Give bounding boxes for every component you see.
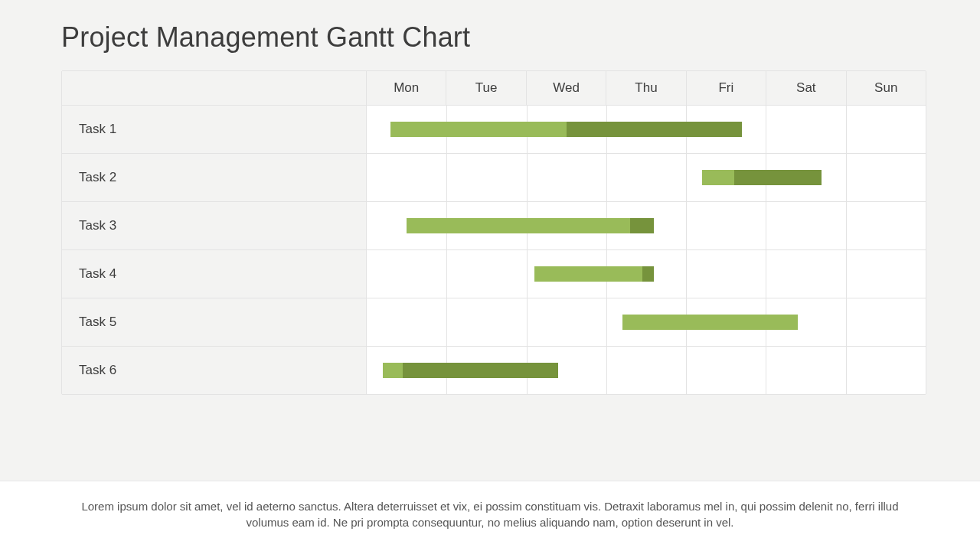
task-label: Task 2 bbox=[62, 154, 367, 201]
gantt-header-tue: Tue bbox=[446, 71, 526, 105]
grid-line bbox=[846, 298, 847, 346]
gantt-bar-area bbox=[367, 298, 926, 346]
gantt-row: Task 5 bbox=[62, 298, 926, 346]
grid-line bbox=[846, 202, 847, 249]
grid-line bbox=[446, 154, 447, 201]
gantt-row: Task 1 bbox=[62, 105, 926, 153]
grid-line bbox=[606, 154, 607, 201]
grid-line bbox=[846, 347, 847, 394]
gantt-corner-cell bbox=[62, 71, 367, 105]
gantt-row: Task 4 bbox=[62, 249, 926, 298]
grid-line bbox=[606, 298, 607, 346]
gantt-bar bbox=[390, 122, 742, 137]
gantt-bar bbox=[622, 315, 798, 330]
gantt-bar-segment-dark bbox=[642, 266, 655, 282]
grid-line bbox=[527, 250, 528, 298]
footer-text: Lorem ipsum dolor sit amet, vel id aeter… bbox=[0, 481, 980, 552]
gantt-bar-segment-light bbox=[407, 218, 630, 233]
gantt-bar bbox=[407, 218, 654, 233]
gantt-bar bbox=[534, 266, 654, 282]
gantt-bar bbox=[702, 170, 822, 185]
grid-line bbox=[846, 154, 847, 201]
gantt-bar-area bbox=[367, 202, 926, 249]
gantt-header-wed: Wed bbox=[527, 71, 606, 105]
gantt-header-mon: Mon bbox=[367, 71, 446, 105]
page-title: Project Management Gantt Chart bbox=[61, 21, 926, 54]
task-label: Task 3 bbox=[62, 202, 367, 249]
gantt-header-sun: Sun bbox=[847, 71, 926, 105]
gantt-header-fri: Fri bbox=[687, 71, 766, 105]
grid-line bbox=[686, 250, 687, 298]
gantt-bar-segment-dark bbox=[734, 170, 822, 185]
gantt-bar-area bbox=[367, 250, 926, 298]
task-label: Task 1 bbox=[62, 106, 367, 153]
gantt-bar-area bbox=[367, 347, 926, 394]
grid-line bbox=[846, 250, 847, 298]
gantt-header-thu: Thu bbox=[606, 71, 686, 105]
gantt-bar-area bbox=[367, 154, 926, 201]
gantt-bar bbox=[383, 363, 558, 378]
gantt-header-sat: Sat bbox=[766, 71, 846, 105]
grid-line bbox=[446, 298, 447, 346]
grid-line bbox=[846, 106, 847, 153]
task-label: Task 4 bbox=[62, 250, 367, 298]
grid-line bbox=[527, 154, 528, 201]
gantt-bar-segment-dark bbox=[630, 218, 654, 233]
grid-line bbox=[686, 154, 687, 201]
grid-line bbox=[686, 202, 687, 249]
task-label: Task 6 bbox=[62, 347, 367, 394]
grid-line bbox=[766, 106, 766, 153]
gantt-row: Task 6 bbox=[62, 346, 926, 394]
gantt-bar-area bbox=[367, 106, 926, 153]
gantt-bar-segment-light bbox=[534, 266, 642, 282]
gantt-bar-segment-light bbox=[390, 122, 566, 137]
grid-line bbox=[606, 347, 607, 394]
gantt-bar-segment-light bbox=[383, 363, 403, 378]
task-label: Task 5 bbox=[62, 298, 367, 346]
gantt-row: Task 3 bbox=[62, 201, 926, 249]
grid-line bbox=[766, 347, 766, 394]
gantt-chart: MonTueWedThuFriSatSun Task 1Task 2Task 3… bbox=[61, 70, 926, 395]
grid-line bbox=[446, 250, 447, 298]
gantt-header-row: MonTueWedThuFriSatSun bbox=[62, 71, 926, 105]
grid-line bbox=[527, 298, 528, 346]
grid-line bbox=[686, 347, 687, 394]
gantt-row: Task 2 bbox=[62, 153, 926, 201]
grid-line bbox=[766, 250, 766, 298]
grid-line bbox=[766, 202, 766, 249]
gantt-bar-segment-dark bbox=[403, 363, 558, 378]
gantt-bar-segment-light bbox=[622, 315, 798, 330]
gantt-bar-segment-dark bbox=[567, 122, 742, 137]
gantt-bar-segment-light bbox=[702, 170, 734, 185]
